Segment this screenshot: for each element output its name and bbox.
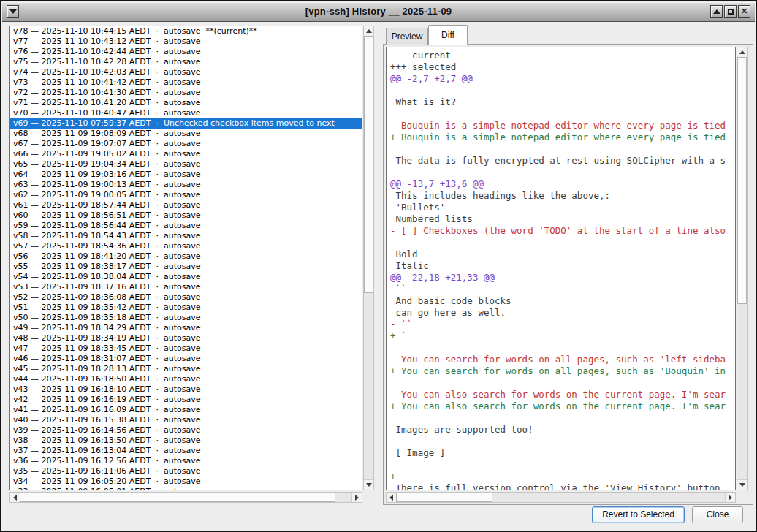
history-version-row[interactable]: v55 — 2025-11-09 18:38:17 AEDT · autosav…: [10, 262, 362, 272]
diff-line: [390, 85, 735, 96]
close-button[interactable]: Close: [692, 506, 743, 523]
scroll-left-icon: [389, 495, 393, 501]
history-version-row[interactable]: v52 — 2025-11-09 18:36:08 AEDT · autosav…: [10, 292, 362, 303]
history-version-row[interactable]: v60 — 2025-11-09 18:56:51 AEDT · autosav…: [10, 210, 362, 221]
history-version-row[interactable]: v71 — 2025-11-10 10:41:20 AEDT · autosav…: [10, 98, 362, 108]
diff-line: - You can search for words on all pages,…: [390, 354, 735, 365]
diff-line: + You can search for words on all pages,…: [390, 365, 735, 377]
scroll-left-arrow[interactable]: [387, 493, 397, 502]
diff-text-area[interactable]: --- current+++ selected@@ -2,7 +2,7 @@ W…: [386, 47, 736, 490]
history-version-row[interactable]: v69 — 2025-11-10 07:59:37 AEDT · Uncheck…: [10, 118, 362, 129]
scroll-up-icon: [366, 29, 372, 33]
diff-vscroll-thumb[interactable]: [737, 57, 747, 304]
diff-line: [390, 377, 735, 389]
history-version-row[interactable]: v34 — 2025-11-09 16:05:20 AEDT · autosav…: [10, 476, 362, 487]
scroll-down-arrow[interactable]: [364, 479, 373, 490]
history-version-row[interactable]: v41 — 2025-11-09 16:16:09 AEDT · autosav…: [10, 405, 362, 415]
history-version-row[interactable]: v39 — 2025-11-09 16:14:56 AEDT · autosav…: [10, 425, 362, 436]
history-list[interactable]: v78 — 2025-11-10 10:44:15 AEDT · autosav…: [9, 26, 362, 490]
diff-line: [390, 108, 735, 120]
history-version-row[interactable]: v72 — 2025-11-10 10:41:30 AEDT · autosav…: [10, 88, 362, 98]
scroll-right-arrow[interactable]: [725, 493, 735, 502]
diff-line: [390, 167, 735, 178]
history-version-row[interactable]: v66 — 2025-11-09 19:05:02 AEDT · autosav…: [10, 149, 362, 159]
scroll-up-arrow[interactable]: [737, 48, 747, 58]
history-version-row[interactable]: v77 — 2025-11-10 10:43:12 AEDT · autosav…: [10, 37, 362, 47]
history-version-row[interactable]: v68 — 2025-11-09 19:08:09 AEDT · autosav…: [10, 129, 362, 139]
history-version-row[interactable]: v45 — 2025-11-09 18:28:13 AEDT · autosav…: [10, 364, 362, 374]
history-version-row[interactable]: v78 — 2025-11-10 10:44:15 AEDT · autosav…: [10, 26, 362, 37]
shade-icon: [713, 10, 720, 14]
history-version-row[interactable]: v38 — 2025-11-09 16:13:50 AEDT · autosav…: [10, 436, 362, 446]
diff-line: [390, 459, 735, 471]
history-version-row[interactable]: v40 — 2025-11-09 16:15:38 AEDT · autosav…: [10, 415, 362, 425]
history-version-row[interactable]: v56 — 2025-11-09 18:41:20 AEDT · autosav…: [10, 251, 362, 262]
history-version-row[interactable]: v70 — 2025-11-10 10:40:47 AEDT · autosav…: [10, 108, 362, 118]
diff-line: + `: [390, 330, 735, 342]
diff-line: [390, 143, 735, 155]
history-version-row[interactable]: v61 — 2025-11-09 18:57:44 AEDT · autosav…: [10, 200, 362, 210]
history-version-row[interactable]: v36 — 2025-11-09 16:12:56 AEDT · autosav…: [10, 456, 362, 466]
scroll-up-arrow[interactable]: [364, 26, 373, 37]
history-version-row[interactable]: v57 — 2025-11-09 18:54:36 AEDT · autosav…: [10, 241, 362, 251]
scroll-left-arrow[interactable]: [10, 493, 20, 502]
history-version-row[interactable]: v48 — 2025-11-09 18:34:19 AEDT · autosav…: [10, 333, 362, 343]
diff-hscroll-thumb[interactable]: [396, 493, 492, 502]
history-version-row[interactable]: v33 — 2025-11-09 16:05:01 AEDT · autosav…: [10, 487, 362, 490]
history-list-hscroll-thumb[interactable]: [20, 493, 335, 502]
history-version-row[interactable]: v49 — 2025-11-09 18:34:29 AEDT · autosav…: [10, 323, 362, 333]
maximize-button[interactable]: [724, 5, 737, 18]
diff-line: - ``: [390, 319, 735, 330]
diff-line: 'Bullets': [390, 202, 735, 213]
history-version-row[interactable]: v65 — 2025-11-09 19:04:34 AEDT · autosav…: [10, 159, 362, 170]
history-version-row[interactable]: v42 — 2025-11-09 16:16:19 AEDT · autosav…: [10, 395, 362, 405]
close-window-button[interactable]: ✕: [738, 5, 750, 18]
tab-diff[interactable]: Diff: [428, 25, 468, 45]
diff-line: Bold: [390, 248, 735, 260]
scroll-right-arrow[interactable]: [351, 493, 362, 502]
scroll-right-icon: [355, 495, 359, 501]
history-version-row[interactable]: v73 — 2025-11-10 10:41:42 AEDT · autosav…: [10, 77, 362, 88]
history-list-vscrollbar[interactable]: [363, 26, 374, 490]
revert-to-selected-button[interactable]: Revert to Selected: [592, 506, 685, 523]
diff-line: + Bouquin is a simple notepad editor whe…: [390, 132, 735, 143]
history-version-row[interactable]: v51 — 2025-11-09 18:35:42 AEDT · autosav…: [10, 303, 362, 313]
scroll-down-arrow[interactable]: [737, 479, 747, 490]
diff-line: ``: [390, 284, 735, 295]
history-window: [vpn-ssh] History __ 2025-11-09 ✕ v78 — …: [0, 0, 757, 532]
history-version-row[interactable]: v76 — 2025-11-10 10:42:44 AEDT · autosav…: [10, 47, 362, 57]
diff-line: can go here as well.: [390, 307, 735, 319]
diff-line: This includes headings like the above,:: [390, 190, 735, 202]
history-version-row[interactable]: v63 — 2025-11-09 19:00:13 AEDT · autosav…: [10, 180, 362, 190]
history-version-row[interactable]: v43 — 2025-11-09 16:18:10 AEDT · autosav…: [10, 384, 362, 395]
scroll-left-icon: [13, 495, 17, 501]
history-version-row[interactable]: v53 — 2025-11-09 18:37:16 AEDT · autosav…: [10, 282, 362, 292]
history-version-row[interactable]: v59 — 2025-11-09 18:56:44 AEDT · autosav…: [10, 221, 362, 231]
history-version-row[interactable]: v46 — 2025-11-09 18:31:07 AEDT · autosav…: [10, 354, 362, 364]
history-version-row[interactable]: v67 — 2025-11-09 19:07:07 AEDT · autosav…: [10, 139, 362, 149]
history-version-row[interactable]: v47 — 2025-11-09 18:33:45 AEDT · autosav…: [10, 343, 362, 354]
diff-line: What is it?: [390, 96, 735, 108]
history-list-hscrollbar[interactable]: [9, 492, 362, 503]
history-list-vscroll-thumb[interactable]: [364, 36, 373, 293]
history-version-row[interactable]: v37 — 2025-11-09 16:13:04 AEDT · autosav…: [10, 446, 362, 456]
diff-line: [390, 436, 735, 447]
tab-preview[interactable]: Preview: [386, 28, 428, 45]
history-version-row[interactable]: v35 — 2025-11-09 16:11:06 AEDT · autosav…: [10, 466, 362, 476]
history-version-row[interactable]: v44 — 2025-11-09 16:18:50 AEDT · autosav…: [10, 374, 362, 384]
diff-line: There is full version control via the 'V…: [390, 482, 735, 490]
scroll-right-icon: [729, 495, 732, 501]
diff-hscrollbar[interactable]: [386, 492, 736, 503]
title-bar[interactable]: [vpn-ssh] History __ 2025-11-09 ✕: [2, 2, 755, 22]
history-version-row[interactable]: v50 — 2025-11-09 18:35:18 AEDT · autosav…: [10, 313, 362, 323]
history-version-row[interactable]: v75 — 2025-11-10 10:42:28 AEDT · autosav…: [10, 57, 362, 67]
diff-line: - Bouquin is a simple notepad editor whe…: [390, 120, 735, 132]
history-version-row[interactable]: v54 — 2025-11-09 18:38:04 AEDT · autosav…: [10, 272, 362, 282]
history-version-row[interactable]: v62 — 2025-11-09 19:00:05 AEDT · autosav…: [10, 190, 362, 200]
diff-line: @@ -22,18 +21,33 @@: [390, 272, 735, 284]
shade-button[interactable]: [710, 5, 723, 18]
diff-vscrollbar[interactable]: [737, 47, 748, 490]
history-version-row[interactable]: v64 — 2025-11-09 19:03:16 AEDT · autosav…: [10, 170, 362, 180]
history-version-row[interactable]: v74 — 2025-11-10 10:42:03 AEDT · autosav…: [10, 67, 362, 77]
history-version-row[interactable]: v58 — 2025-11-09 18:54:43 AEDT · autosav…: [10, 231, 362, 241]
